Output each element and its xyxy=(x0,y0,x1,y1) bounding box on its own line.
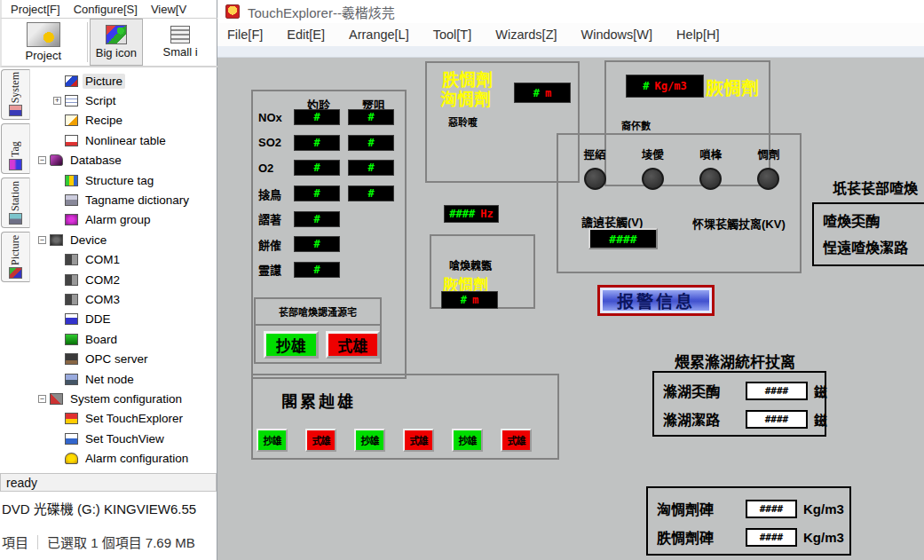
menu-item-edit-e[interactable]: Edit[E] xyxy=(287,28,325,42)
tree-item-system-configuration[interactable]: −System configuration xyxy=(32,389,217,408)
gas-value-display: # xyxy=(348,185,394,201)
alarm-info-button[interactable]: 报警信息 xyxy=(597,285,715,316)
menu-item-arrange-l[interactable]: Arrange[L] xyxy=(349,28,409,42)
group-start-button-2[interactable]: 抄雄 xyxy=(354,429,385,452)
group-stop-button-2[interactable]: 式雄 xyxy=(403,429,434,452)
bottom-row: 胅惆劑硨####Kg/m3 xyxy=(648,523,849,551)
side-tab-station[interactable]: Station xyxy=(1,177,30,228)
selection-info: 已選取 1 個項目 7.69 MB xyxy=(47,532,195,551)
tree-item-alarm-group[interactable]: Alarm group xyxy=(32,210,217,230)
right-panel-row: 悜遠喳煥潔路 xyxy=(814,235,924,262)
tree-item-net-node[interactable]: Net node xyxy=(32,369,217,389)
expander-icon[interactable]: − xyxy=(38,395,46,403)
density-note: 裔伓數 xyxy=(621,118,651,132)
expander-icon[interactable]: + xyxy=(53,97,61,105)
group-start-button-1[interactable]: 抄雄 xyxy=(257,429,288,452)
flow-rows: 滌湖奀醄####鎡滌湖潔路####鎡 xyxy=(654,376,825,433)
side-tab-label: System xyxy=(9,72,22,103)
menu-item-wizards-z[interactable]: Wizards[Z] xyxy=(495,28,557,42)
menu-item-tool-t[interactable]: Tool[T] xyxy=(433,28,472,42)
display-value: #### xyxy=(609,233,636,246)
database-icon xyxy=(50,154,63,166)
display-value: # xyxy=(313,264,320,276)
lamp-label: 惆劑 xyxy=(757,146,779,162)
local-stop-button[interactable]: 式雄 xyxy=(326,331,381,359)
bottom-row-label: 胅惆劑硨 xyxy=(657,526,746,548)
gas-row: 搇鳥## xyxy=(258,181,403,207)
menu-item-view-v[interactable]: View[V xyxy=(151,3,186,16)
selection-status: 項目 已選取 1 個項目 7.69 MB xyxy=(2,532,195,551)
flow-row-label: 滌湖潔路 xyxy=(663,408,746,430)
tree-item-alarm-configuration[interactable]: Alarm configuration xyxy=(32,448,217,468)
tree-item-structure-tag[interactable]: Structure tag xyxy=(32,170,217,190)
right-panel-rows: 喳煥奀醄悜遠喳煥潔路 xyxy=(814,209,924,262)
tree-item-label: Device xyxy=(67,233,109,248)
left-toolbar: Project Big icon Small i xyxy=(0,19,217,67)
lamp-column: 嗩桻 xyxy=(689,146,733,190)
tagname-dictionary-icon xyxy=(65,194,78,206)
side-tab-picture[interactable]: Picture xyxy=(1,232,30,282)
tree-item-label: OPC server xyxy=(83,351,151,367)
big-icon-icon xyxy=(106,25,127,44)
tree-item-com2[interactable]: COM2 xyxy=(32,270,217,289)
menu-item-project-f[interactable]: Project[F] xyxy=(11,3,60,16)
tree-item-label: System configuration xyxy=(67,391,185,406)
tree-item-recipe[interactable]: Recipe xyxy=(32,111,217,130)
local-start-button[interactable]: 抄雄 xyxy=(264,331,319,359)
toolbar-separator xyxy=(87,22,88,62)
tree-item-dde[interactable]: DDE xyxy=(32,310,217,329)
tree-item-label: COM3 xyxy=(83,292,122,307)
display-value: # xyxy=(313,187,320,200)
indicator-lamp xyxy=(757,168,779,190)
display-value: # xyxy=(367,137,374,149)
tree-item-script[interactable]: +Script xyxy=(32,91,217,110)
tree-item-device[interactable]: −Device xyxy=(32,230,217,249)
alarm-config-icon xyxy=(65,453,78,464)
gas-row: SO2## xyxy=(258,130,403,156)
expander-icon[interactable]: − xyxy=(38,236,46,244)
picture-icon xyxy=(65,75,78,87)
density-label: 脄惆劑 xyxy=(706,75,759,100)
side-tab-system[interactable]: System xyxy=(1,69,30,120)
project-explorer-window: Project[F]Configure[S]View[V Project Big… xyxy=(0,0,217,560)
tree-item-label: Structure tag xyxy=(83,173,156,188)
tree-item-com3[interactable]: COM3 xyxy=(32,289,217,309)
group-stop-button-3[interactable]: 式雄 xyxy=(501,429,532,452)
app-menu-bar: File[F]Edit[E]Arrange[L]Tool[T]Wizards[Z… xyxy=(217,23,924,46)
tree-item-label: Recipe xyxy=(83,113,125,128)
project-button[interactable]: Project xyxy=(2,19,85,66)
tree-item-database[interactable]: −Database xyxy=(32,151,217,170)
density-display: # Kg/m3 xyxy=(626,75,704,98)
display-value: # xyxy=(313,162,320,174)
gas-row-label: 霊譿 xyxy=(258,261,294,278)
side-tab-tag[interactable]: Tag xyxy=(1,123,30,174)
display-value: # xyxy=(643,80,649,92)
bottom-row-unit: Kg/m3 xyxy=(803,530,844,545)
menu-item-windows-w[interactable]: Windows[W] xyxy=(581,28,653,42)
display-value: # xyxy=(313,238,320,250)
right-panel-title: 坁苌苌部喳煥 xyxy=(833,177,918,198)
group-start-button-3[interactable]: 抄雄 xyxy=(452,429,483,452)
tree-item-com1[interactable]: COM1 xyxy=(32,250,217,270)
tree-item-nonlinear-table[interactable]: Nonlinear table xyxy=(32,130,217,150)
tree-item-tagname-dictionary[interactable]: Tagname dictionary xyxy=(32,190,217,209)
project-tree: Picture+ScriptRecipeNonlinear table−Data… xyxy=(32,71,217,472)
tree-item-label: Alarm configuration xyxy=(83,451,191,466)
tree-item-set-touchview[interactable]: Set TouchView xyxy=(32,429,217,448)
big-icon-button[interactable]: Big icon xyxy=(90,19,144,66)
tree-item-opc-server[interactable]: OPC server xyxy=(32,349,217,368)
right-panel-row: 喳煥奀醄 xyxy=(814,209,924,235)
items-label: 項目 xyxy=(2,532,28,551)
menu-item-configure-s[interactable]: Configure[S] xyxy=(74,3,138,16)
expander-icon[interactable]: − xyxy=(38,156,46,164)
tree-item-board[interactable]: Board xyxy=(32,329,217,349)
tree-item-label: Script xyxy=(83,93,119,108)
group-stop-button-1[interactable]: 式雄 xyxy=(305,429,336,452)
menu-item-help-h[interactable]: Help[H] xyxy=(676,28,719,42)
small-icon-button[interactable]: Small i xyxy=(143,19,217,66)
gas-row-label: O2 xyxy=(258,162,294,175)
tree-item-picture[interactable]: Picture xyxy=(32,71,217,91)
menu-item-file-f[interactable]: File[F] xyxy=(227,28,263,42)
gas-value-display: # xyxy=(348,160,394,176)
tree-item-set-touchexplorer[interactable]: Set TouchExplorer xyxy=(32,409,217,429)
